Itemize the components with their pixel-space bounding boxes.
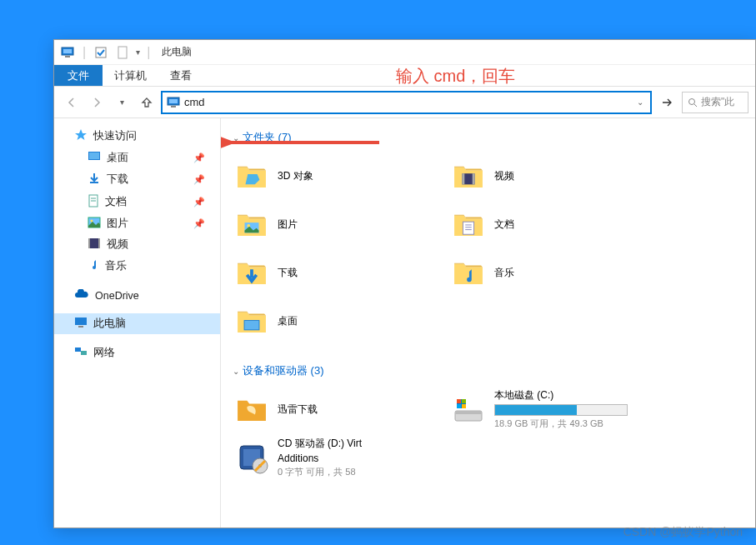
folder-icon xyxy=(234,392,269,427)
svg-rect-1 xyxy=(63,49,72,53)
forward-button[interactable] xyxy=(86,92,108,113)
svg-rect-40 xyxy=(462,399,466,403)
svg-rect-27 xyxy=(473,173,475,184)
disk-icon xyxy=(451,392,486,427)
disk-usage-bar xyxy=(494,404,628,416)
pin-icon: 📌 xyxy=(193,174,205,185)
desktop-icon xyxy=(88,151,101,165)
up-button[interactable] xyxy=(136,92,158,113)
svg-rect-22 xyxy=(78,326,83,328)
folder-3d-objects[interactable]: 3D 对象 xyxy=(233,153,441,198)
svg-rect-30 xyxy=(463,222,473,234)
folder-pictures[interactable]: 图片 xyxy=(233,202,441,247)
folder-icon xyxy=(451,207,486,242)
svg-rect-18 xyxy=(88,238,100,248)
folder-videos[interactable]: 视频 xyxy=(449,153,658,198)
picture-icon xyxy=(88,217,101,231)
folder-icon xyxy=(234,303,269,338)
svg-rect-41 xyxy=(457,404,461,408)
body-area: 快速访问 桌面📌 下载📌 文档📌 图片📌 视频 音乐 OneDrive 此电脑 … xyxy=(54,118,755,528)
pin-icon: 📌 xyxy=(193,197,205,208)
window-title: 此电脑 xyxy=(162,45,192,59)
pin-icon: 📌 xyxy=(193,152,205,163)
sidebar-item-music[interactable]: 音乐 xyxy=(88,255,220,278)
folder-music[interactable]: 音乐 xyxy=(449,250,658,295)
document-icon[interactable] xyxy=(114,44,131,61)
device-xunlei[interactable]: 迅雷下载 xyxy=(233,387,441,432)
navigation-row: ▾ cmd ⌄ 搜索"此 xyxy=(54,87,755,118)
folders-group-header[interactable]: ⌄文件夹 (7) xyxy=(233,130,743,145)
sidebar-this-pc[interactable]: 此电脑 xyxy=(54,313,220,334)
sidebar: 快速访问 桌面📌 下载📌 文档📌 图片📌 视频 音乐 OneDrive 此电脑 … xyxy=(54,118,221,528)
svg-point-8 xyxy=(689,98,695,104)
network-icon xyxy=(74,346,88,360)
svg-rect-20 xyxy=(98,238,100,248)
search-placeholder: 搜索"此 xyxy=(701,95,734,109)
ribbon-tabs: 文件 计算机 查看 xyxy=(54,65,755,87)
devices-grid: 迅雷下载 本地磁盘 (C:) 18.9 GB 可用，共 49.3 GB CD 驱… xyxy=(233,387,743,480)
sidebar-item-documents[interactable]: 文档📌 xyxy=(88,191,220,213)
device-cd-drive-d[interactable]: CD 驱动器 (D:) Virt Additions 0 字节 可用，共 58 xyxy=(233,435,441,480)
svg-rect-37 xyxy=(455,411,482,414)
search-box[interactable]: 搜索"此 xyxy=(682,92,748,113)
sidebar-quick-access[interactable]: 快速访问 xyxy=(54,125,220,148)
sidebar-item-downloads[interactable]: 下载📌 xyxy=(88,168,220,191)
svg-rect-26 xyxy=(462,173,464,184)
pc-icon xyxy=(166,95,181,110)
download-icon xyxy=(88,172,101,188)
svg-point-17 xyxy=(91,220,93,222)
svg-rect-39 xyxy=(457,399,461,403)
folder-icon xyxy=(234,255,269,290)
folder-icon xyxy=(451,255,486,290)
qat-dropdown-icon[interactable]: ▾ xyxy=(136,48,140,57)
svg-rect-24 xyxy=(81,351,87,355)
checkbox-icon[interactable] xyxy=(93,44,109,61)
tab-computer[interactable]: 计算机 xyxy=(103,65,158,86)
svg-rect-3 xyxy=(96,48,106,58)
chevron-down-icon: ⌄ xyxy=(233,367,239,376)
devices-group-header[interactable]: ⌄设备和驱动器 (3) xyxy=(233,363,743,378)
separator: | xyxy=(83,45,86,60)
sidebar-item-desktop[interactable]: 桌面📌 xyxy=(88,148,220,168)
folder-downloads[interactable]: 下载 xyxy=(233,250,441,295)
sidebar-item-pictures[interactable]: 图片📌 xyxy=(88,213,220,234)
svg-rect-21 xyxy=(75,318,87,325)
device-local-disk-c[interactable]: 本地磁盘 (C:) 18.9 GB 可用，共 49.3 GB xyxy=(449,387,658,432)
address-dropdown-icon[interactable]: ⌄ xyxy=(633,98,647,107)
tab-view[interactable]: 查看 xyxy=(158,65,203,86)
svg-rect-4 xyxy=(118,47,127,58)
title-bar: | ▾ | 此电脑 xyxy=(54,40,755,65)
content-area: ⌄文件夹 (7) 3D 对象 视频 图片 文档 下载 音乐 桌面 ⌄设备和驱动器… xyxy=(221,118,755,528)
svg-rect-35 xyxy=(245,321,259,329)
history-dropdown-icon[interactable]: ▾ xyxy=(111,92,133,113)
cloud-icon xyxy=(74,289,89,302)
explorer-window: | ▾ | 此电脑 文件 计算机 查看 输入 cmd，回车 ▾ cmd ⌄ xyxy=(53,39,756,528)
pc-icon xyxy=(74,317,88,331)
sidebar-item-videos[interactable]: 视频 xyxy=(88,234,220,255)
svg-rect-6 xyxy=(169,99,178,103)
address-input[interactable]: cmd xyxy=(184,96,633,108)
file-tab[interactable]: 文件 xyxy=(54,65,103,86)
folders-grid: 3D 对象 视频 图片 文档 下载 音乐 桌面 xyxy=(233,153,743,343)
folder-icon xyxy=(451,158,486,193)
separator: | xyxy=(147,45,150,60)
svg-rect-2 xyxy=(65,56,70,58)
sidebar-onedrive[interactable]: OneDrive xyxy=(54,286,220,305)
folder-desktop[interactable]: 桌面 xyxy=(233,298,441,343)
cd-drive-icon xyxy=(234,440,269,475)
address-bar[interactable]: cmd ⌄ xyxy=(161,91,652,114)
watermark: CSDN @蚂蚁学Python xyxy=(623,525,743,540)
sidebar-network[interactable]: 网络 xyxy=(54,342,220,363)
svg-rect-42 xyxy=(462,404,466,408)
svg-line-9 xyxy=(694,104,697,107)
folder-documents[interactable]: 文档 xyxy=(449,202,658,247)
svg-rect-7 xyxy=(171,106,176,108)
back-button[interactable] xyxy=(61,92,83,113)
chevron-down-icon: ⌄ xyxy=(233,133,239,142)
svg-rect-12 xyxy=(89,152,99,159)
music-icon xyxy=(88,258,99,274)
svg-rect-23 xyxy=(75,348,81,352)
refresh-button[interactable] xyxy=(655,92,678,113)
pin-icon: 📌 xyxy=(193,218,205,229)
folder-icon xyxy=(234,207,269,242)
